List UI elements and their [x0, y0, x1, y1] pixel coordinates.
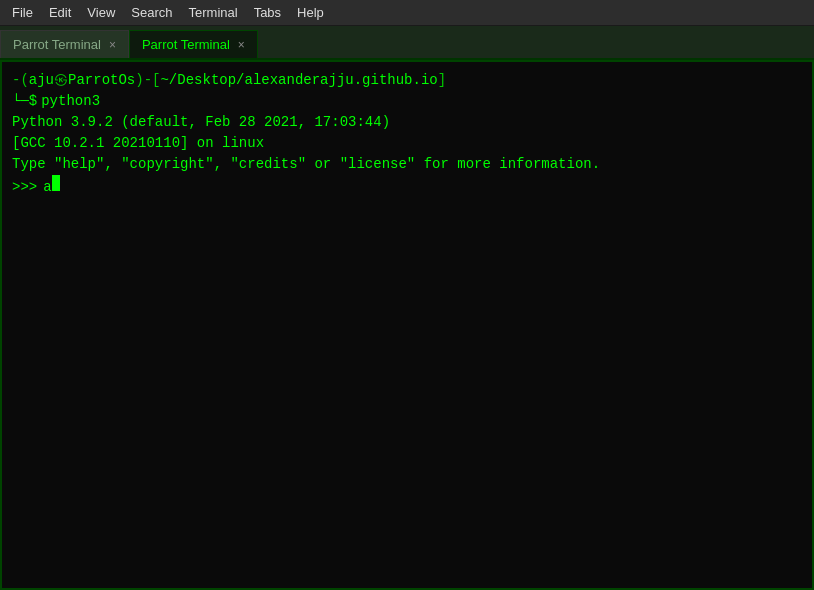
prompt-at: ㉿	[54, 70, 68, 91]
output-line-2: [GCC 10.2.1 20210110] on linux	[12, 133, 802, 154]
tab-1-label: Parrot Terminal	[13, 37, 101, 52]
repl-line: >>> a	[12, 175, 802, 198]
menu-tabs[interactable]: Tabs	[246, 3, 289, 22]
output-line-1: Python 3.9.2 (default, Feb 28 2021, 17:0…	[12, 112, 802, 133]
menu-terminal[interactable]: Terminal	[181, 3, 246, 22]
prompt-path: ~/Desktop/alexanderajju.github.io	[160, 70, 437, 91]
repl-prompt-symbol: >>>	[12, 177, 37, 198]
menubar: File Edit View Search Terminal Tabs Help	[0, 0, 814, 26]
terminal-area[interactable]: -(aju㉿ParrotOs)-[~/Desktop/alexanderajju…	[0, 60, 814, 590]
prompt-host: ParrotOs	[68, 70, 135, 91]
prompt-open-bracket: -(	[12, 70, 29, 91]
repl-input-text: a	[43, 177, 51, 198]
output-line-3: Type "help", "copyright", "credits" or "…	[12, 154, 802, 175]
prompt-path-bracket-close: ]	[438, 70, 446, 91]
menu-view[interactable]: View	[79, 3, 123, 22]
menu-edit[interactable]: Edit	[41, 3, 79, 22]
menu-search[interactable]: Search	[123, 3, 180, 22]
command-text: python3	[41, 91, 100, 112]
dollar-sign: └─$	[12, 91, 37, 112]
prompt-user: aju	[29, 70, 54, 91]
menu-help[interactable]: Help	[289, 3, 332, 22]
terminal-cursor	[52, 175, 60, 191]
tab-2[interactable]: Parrot Terminal ×	[129, 30, 258, 58]
command-line: └─$ python3	[12, 91, 802, 112]
tabbar: Parrot Terminal × Parrot Terminal ×	[0, 26, 814, 60]
menu-file[interactable]: File	[4, 3, 41, 22]
tab-2-label: Parrot Terminal	[142, 37, 230, 52]
tab-1[interactable]: Parrot Terminal ×	[0, 30, 129, 58]
prompt-close-bracket: )-[	[135, 70, 160, 91]
tab-2-close[interactable]: ×	[238, 39, 245, 51]
prompt-line: -(aju㉿ParrotOs)-[~/Desktop/alexanderajju…	[12, 70, 802, 91]
tab-1-close[interactable]: ×	[109, 39, 116, 51]
